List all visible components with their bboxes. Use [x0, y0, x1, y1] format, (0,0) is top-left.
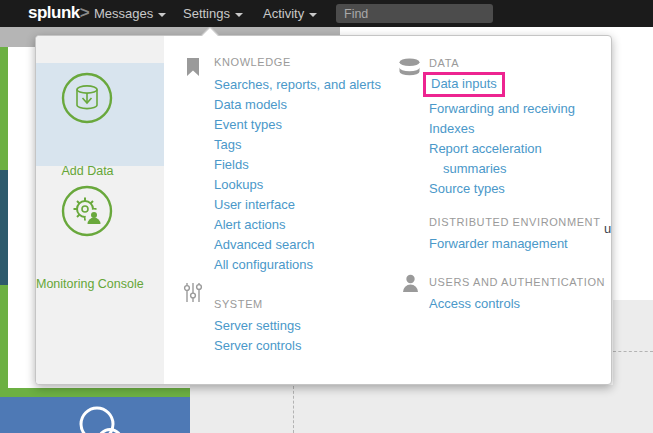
sliders-icon: [183, 282, 203, 303]
menu-activity[interactable]: Activity: [263, 6, 317, 21]
top-navigation-bar: splunk> Messages Settings Activity: [0, 0, 653, 27]
settings-dropdown-panel: Add Data: [35, 35, 612, 385]
distributed-links: Forwarder management: [429, 234, 568, 254]
menu-item-lookups[interactable]: Lookups: [214, 175, 381, 195]
menu-messages[interactable]: Messages: [94, 6, 166, 21]
menu-settings[interactable]: Settings: [183, 6, 243, 21]
splunk-logo-chevron: >: [80, 3, 89, 22]
menu-item-data-models[interactable]: Data models: [214, 95, 381, 115]
background-green-bar: [0, 388, 190, 397]
section-title-system: SYSTEM: [214, 298, 263, 310]
section-title-knowledge: KNOWLEDGE: [214, 56, 291, 68]
menu-item-tags[interactable]: Tags: [214, 135, 381, 155]
menu-item-forwarder-management[interactable]: Forwarder management: [429, 234, 568, 254]
menu-item-alert-actions[interactable]: Alert actions: [214, 215, 381, 235]
menu-item-server-controls[interactable]: Server controls: [214, 336, 301, 356]
chevron-down-icon: [309, 13, 317, 17]
search-app-icon: [0, 397, 190, 433]
section-title-users-authentication: USERS AND AUTHENTICATION: [429, 276, 605, 288]
menu-item-all-configurations[interactable]: All configurations: [214, 255, 381, 275]
menu-settings-label: Settings: [183, 6, 230, 21]
add-data-tile[interactable]: Add Data: [36, 63, 164, 166]
knowledge-links: Searches, reports, and alerts Data model…: [214, 75, 381, 275]
add-data-icon: [61, 72, 113, 124]
data-inputs-highlight-box: Data inputs: [423, 72, 505, 97]
menu-item-data-inputs[interactable]: Data inputs: [431, 75, 497, 93]
menu-item-indexes[interactable]: Indexes: [429, 119, 581, 139]
menu-item-source-types[interactable]: Source types: [429, 179, 581, 199]
splunk-logo-text: splunk: [28, 3, 80, 22]
menu-item-report-acceleration-summaries[interactable]: Report acceleration summaries: [429, 139, 581, 179]
menu-item-user-interface[interactable]: User interface: [214, 195, 381, 215]
background-dashed-divider-horizontal: [613, 351, 653, 352]
menu-item-access-controls[interactable]: Access controls: [429, 294, 520, 314]
menu-messages-label: Messages: [94, 6, 153, 21]
monitoring-console-tile[interactable]: Monitoring Console: [36, 176, 164, 281]
section-title-data: DATA: [429, 57, 459, 69]
background-dashed-divider-vertical: [293, 386, 294, 433]
database-icon: [398, 58, 421, 76]
menu-item-server-settings[interactable]: Server settings: [214, 316, 301, 336]
menu-activity-label: Activity: [263, 6, 304, 21]
menu-item-advanced-search[interactable]: Advanced search: [214, 235, 381, 255]
splunk-app-window: u splunk> Messages Settings Activity Add…: [0, 0, 653, 433]
background-green-strip-bottom: [0, 285, 8, 388]
settings-tiles-column: Add Data: [36, 36, 164, 384]
search-app-tile[interactable]: [0, 397, 190, 433]
menu-item-event-types[interactable]: Event types: [214, 115, 381, 135]
menu-item-searches-reports-alerts[interactable]: Searches, reports, and alerts: [214, 75, 381, 95]
system-links: Server settings Server controls: [214, 316, 301, 356]
bookmark-icon: [186, 58, 200, 77]
background-teal-strip: [0, 170, 8, 285]
chevron-down-icon: [158, 13, 166, 17]
splunk-logo[interactable]: splunk>: [28, 3, 89, 23]
menu-item-fields[interactable]: Fields: [214, 155, 381, 175]
monitoring-console-icon: [61, 185, 113, 237]
section-title-distributed-environment: DISTRIBUTED ENVIRONMENT: [429, 216, 600, 228]
menu-item-forwarding-receiving[interactable]: Forwarding and receiving: [429, 99, 581, 119]
users-links: Access controls: [429, 294, 520, 314]
find-search-input[interactable]: [336, 4, 493, 23]
background-dropzone-bottom: [190, 385, 653, 433]
user-icon: [402, 274, 419, 293]
chevron-down-icon: [235, 13, 243, 17]
background-clipped-text: u: [604, 221, 611, 236]
monitoring-console-label: Monitoring Console: [36, 277, 139, 291]
data-links: Forwarding and receiving Indexes Report …: [429, 99, 581, 199]
background-green-strip-top: [0, 47, 8, 170]
